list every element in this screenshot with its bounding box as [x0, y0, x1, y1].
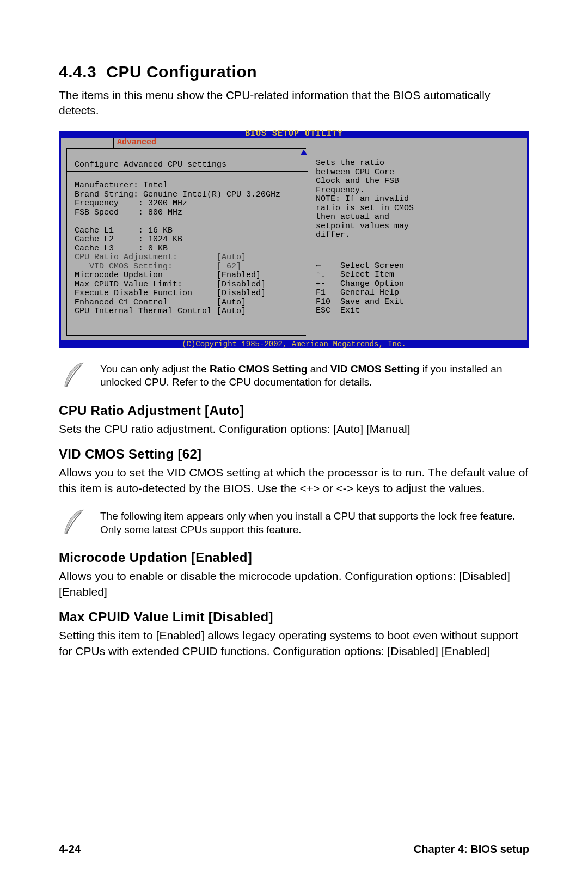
bios-info-frequency: Frequency : 3200 MHz [75, 199, 187, 208]
feather-icon [59, 359, 90, 390]
subhead-cpu-ratio: CPU Ratio Adjustment [Auto] [59, 403, 529, 418]
bios-setting-row[interactable]: Microcode Updation [Enabled] [75, 271, 261, 280]
bios-nav-row: ← Select Screen [316, 261, 404, 271]
bios-info-l3: Cache L3 : 0 KB [75, 244, 168, 253]
note-block-2: The following item appears only when you… [59, 506, 529, 540]
section-number: 4.4.3 [59, 63, 96, 81]
bios-setting-row[interactable]: Enhanced C1 Control [Auto] [75, 298, 246, 307]
bios-help-text: Sets the ratio between CPU Core Clock an… [316, 158, 414, 240]
section-title-text: CPU Configuration [106, 63, 257, 81]
subhead-maxcpuid: Max CPUID Value Limit [Disabled] [59, 609, 529, 625]
bios-left-pane: Configure Advanced CPU settings Manufact… [66, 148, 306, 336]
bios-info-l1: Cache L1 : 16 KB [75, 226, 173, 235]
bios-nav-row: ↑↓ Select Item [316, 270, 394, 279]
bios-setting-row[interactable]: CPU Ratio Adjustment: [Auto] [75, 253, 246, 262]
subhead-vid: VID CMOS Setting [62] [59, 447, 529, 462]
bios-info-manufacturer: Manufacturer: Intel [75, 181, 168, 190]
bios-screen: BIOS SETUP UTILITY Advanced Configure Ad… [59, 131, 529, 348]
feather-icon [59, 506, 90, 537]
footer-rule [59, 838, 529, 838]
bios-setting-row[interactable]: CPU Internal Thermal Control [Auto] [75, 307, 246, 316]
bios-info-l2: Cache L2 : 1024 KB [75, 235, 182, 244]
page-footer: 4-24 Chapter 4: BIOS setup [59, 843, 529, 856]
bios-nav-keys: ← Select Screen ↑↓ Select Item +- Change… [316, 262, 517, 316]
section-heading: 4.4.3CPU Configuration [59, 63, 529, 81]
bios-info-fsb: FSB Speed : 800 MHz [75, 208, 182, 217]
bios-copyright: (C)Copyright 1985-2002, American Megatre… [61, 340, 527, 349]
note-2-text: The following item appears only when you… [100, 506, 529, 540]
chapter-label: Chapter 4: BIOS setup [414, 843, 529, 856]
bios-nav-row: ESC Exit [316, 306, 360, 315]
body-maxcpuid: Setting this item to [Enabled] allows le… [59, 628, 529, 659]
page-number: 4-24 [59, 843, 81, 856]
bios-help-pane: Sets the ratio between CPU Core Clock an… [311, 148, 522, 336]
bios-nav-row: F10 Save and Exit [316, 297, 404, 307]
bios-info-brand: Brand String: Genuine Intel(R) CPU 3.20G… [75, 190, 280, 199]
bios-setting-row[interactable]: Max CPUID Value Limit: [Disabled] [75, 280, 266, 289]
subhead-microcode: Microcode Updation [Enabled] [59, 550, 529, 565]
body-microcode: Allows you to enable or disable the micr… [59, 569, 529, 600]
note-block-1: You can only adjust the Ratio CMOS Setti… [59, 359, 529, 393]
note-1-text: You can only adjust the Ratio CMOS Setti… [100, 359, 529, 393]
bios-nav-row: F1 General Help [316, 288, 399, 297]
bios-setting-row[interactable]: VID CMOS Setting: [ 62] [75, 262, 241, 271]
bios-left-header: Configure Advanced CPU settings [75, 160, 226, 169]
bios-nav-row: +- Change Option [316, 279, 404, 289]
bios-title: BIOS SETUP UTILITY [61, 130, 527, 139]
body-vid: Allows you to set the VID CMOS setting a… [59, 465, 529, 496]
bios-tab-advanced[interactable]: Advanced [113, 138, 160, 149]
bios-setting-row[interactable]: Execute Disable Function [Disabled] [75, 289, 266, 298]
intro-paragraph: The items in this menu show the CPU-rela… [59, 88, 529, 119]
body-cpu-ratio: Sets the CPU ratio adjustment. Configura… [59, 421, 529, 437]
